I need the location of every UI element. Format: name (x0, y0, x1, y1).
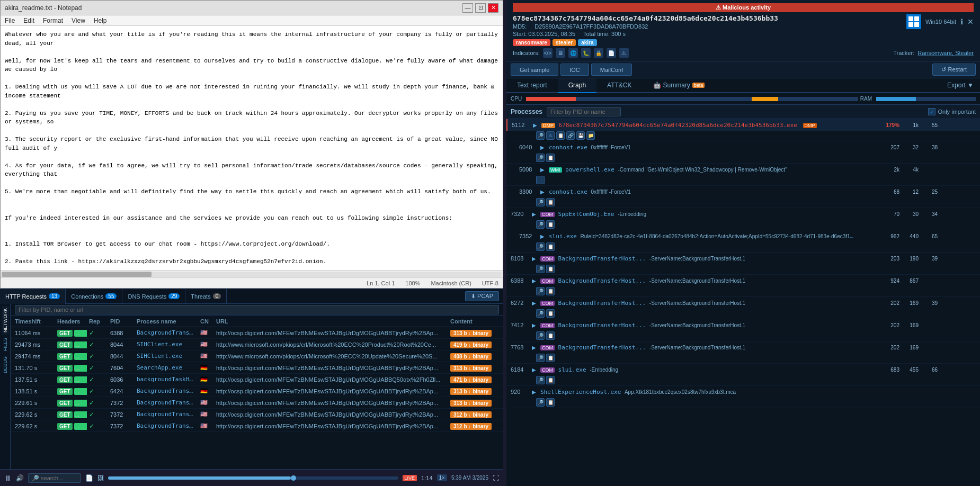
proc-action-icon[interactable]: 🔎 (536, 309, 545, 318)
proc-main-row[interactable]: 7412 ▶ COM BackgroundTransferHost... -Se… (506, 319, 980, 331)
playback-search-input[interactable] (28, 473, 81, 483)
proc-main-row[interactable]: 5112 ▶ DMP 678ec8734367c7547794a604cc65e… (506, 119, 980, 131)
proc-main-row[interactable]: 6184 ▶ COM slui.exe -Embedding 683 455 6… (506, 364, 980, 375)
table-row[interactable]: 138.51 s GET 200: OK ✓ 6424 BackgroundTr… (11, 385, 503, 397)
proc-main-row[interactable]: 6388 ▶ COM BackgroundTransferHost... -Se… (506, 275, 980, 286)
volume-button[interactable]: 🔊 (16, 474, 24, 482)
notepad-scrollbar-h[interactable] (1, 270, 503, 277)
expand-icon[interactable]: ▶ (532, 367, 540, 373)
notepad-minimize-button[interactable]: — (462, 3, 473, 13)
indicator-monitor[interactable]: 🖥 (556, 48, 565, 58)
proc-main-row[interactable]: 920 ▶ ShellExperienceHost.exe App.Xtk181… (506, 386, 980, 398)
menu-view[interactable]: View (67, 17, 90, 24)
proc-action-icon[interactable]: 💾 (576, 131, 585, 140)
proc-main-row[interactable]: 6272 ▶ COM BackgroundTransferHost... -Se… (506, 297, 980, 309)
menu-format[interactable]: Format (39, 17, 67, 24)
tab-summary[interactable]: 🤖 Summary beta (643, 78, 716, 93)
proc-action-icon[interactable]: 📋 (546, 376, 555, 384)
menu-file[interactable]: File (1, 17, 19, 24)
table-row[interactable]: 229.61 s GET 200: OK ✓ 7372 BackgroundTr… (11, 397, 503, 409)
proc-action-icon[interactable]: 🔎 (536, 242, 545, 251)
menu-edit[interactable]: Edit (19, 17, 39, 24)
time-track[interactable] (108, 476, 398, 480)
proc-main-row[interactable]: 7352 ▶ slui.exe RuleId=3482d82e-ca2c-4e1… (506, 230, 980, 242)
indicator-network[interactable]: 🌐 (568, 48, 578, 58)
proc-action-icon[interactable]: 📋 (546, 220, 555, 229)
expand-icon[interactable]: ▶ (532, 345, 540, 350)
proc-action-icon[interactable]: 🔎 (536, 287, 545, 295)
table-row[interactable]: 229.62 s GET 200: OK ✓ 7372 BackgroundTr… (11, 420, 503, 432)
proc-action-icon[interactable]: 📋 (546, 331, 555, 340)
tab-threats[interactable]: Threats 0 (185, 289, 227, 304)
expand-icon[interactable]: ▶ (540, 189, 549, 195)
notepad-close-button[interactable]: ✕ (488, 3, 498, 13)
proc-action-icon[interactable]: 🔗 (566, 131, 575, 140)
processes-filter-input[interactable] (547, 107, 621, 116)
expand-icon[interactable]: ▶ (532, 278, 540, 284)
table-row[interactable]: 137.51 s GET 200: OK ✓ 6036 backgroundTa… (11, 374, 503, 385)
proc-action-icon[interactable]: 📋 (546, 198, 555, 206)
indicator-code[interactable]: </> (543, 48, 553, 58)
proc-main-row[interactable]: 5008 ▶ WMI powershell.exe -Command "Get-… (506, 164, 980, 175)
proc-action-icon[interactable]: 📋 (546, 309, 555, 318)
proc-main-row[interactable]: 8108 ▶ COM BackgroundTransferHost... -Se… (506, 253, 980, 264)
get-sample-button[interactable]: Get sample (511, 64, 558, 76)
proc-action-icon[interactable]: 🔎 (536, 198, 545, 206)
table-row[interactable]: 11064 ms GET 200: OK ✓ 6388 BackgroundTr… (11, 327, 503, 339)
table-row[interactable]: 131.70 s GET 200: OK ✓ 7604 SearchApp.ex… (11, 362, 503, 374)
close-icon[interactable]: ✕ (967, 17, 974, 26)
expand-icon[interactable]: ▶ (533, 122, 541, 128)
expand-icon[interactable]: ▶ (532, 256, 540, 262)
proc-action-icon[interactable]: 🔎 (536, 398, 545, 407)
proc-action-icon[interactable]: 📋 (546, 287, 555, 295)
indicator-bug[interactable]: 🐛 (581, 48, 591, 58)
tab-dns-requests[interactable]: DNS Requests 29 (122, 289, 185, 304)
proc-action-icon[interactable]: 📋 (546, 265, 555, 273)
speed-badge[interactable]: 1× (437, 474, 447, 481)
expand-icon[interactable]: ▶ (540, 233, 549, 239)
menu-help[interactable]: Help (90, 17, 111, 24)
table-row[interactable]: 29473 ms GET 200: OK ✓ 8044 SIHClient.ex… (11, 339, 503, 350)
only-important-toggle[interactable]: Only important (928, 108, 976, 115)
proc-action-icon[interactable]: 📋 (556, 131, 565, 140)
table-row[interactable]: 229.62 s GET 200: OK ✓ 7372 BackgroundTr… (11, 409, 503, 420)
restart-button[interactable]: ↺ Restart (932, 64, 976, 76)
only-important-checkbox[interactable] (928, 108, 936, 115)
tab-attck[interactable]: ATT&CK (596, 78, 642, 93)
notepad-content[interactable]: Whatever who you are and what your title… (1, 26, 503, 270)
proc-action-icon[interactable]: 🔎 (536, 265, 545, 273)
table-filter-input[interactable] (15, 305, 499, 314)
sidenav-files[interactable]: FILES (2, 336, 9, 353)
tab-export[interactable]: Export ▼ (941, 78, 980, 92)
proc-action-icon[interactable]: 🔎 (536, 331, 545, 340)
proc-action-icon[interactable] (536, 176, 545, 184)
proc-action-icon[interactable]: 📋 (546, 354, 555, 362)
mailconf-button[interactable]: MailConf (591, 64, 632, 76)
proc-action-icon[interactable]: 🔎 (536, 220, 545, 229)
fullscreen-button[interactable]: ⛶ (493, 474, 499, 482)
play-pause-button[interactable]: ⏸ (4, 474, 12, 482)
expand-icon[interactable]: ▶ (532, 300, 540, 306)
proc-action-icon[interactable]: 📁 (586, 131, 595, 140)
expand-icon[interactable]: ▶ (532, 389, 540, 395)
expand-icon[interactable]: ▶ (540, 145, 549, 150)
proc-action-icon[interactable]: 🔎 (536, 376, 545, 384)
proc-main-row[interactable]: 7320 ▶ COM SppExtComObj.Exe -Embedding 7… (506, 208, 980, 220)
expand-icon[interactable]: ▶ (532, 322, 540, 328)
tracker-link[interactable]: Ransomware, Stealer (917, 50, 974, 56)
indicator-warning[interactable]: ⚠ (619, 48, 629, 58)
expand-icon[interactable]: ▶ (532, 211, 540, 217)
table-row[interactable]: 29474 ms GET 200: OK ✓ 8044 SIHClient.ex… (11, 350, 503, 362)
indicator-doc[interactable]: 📄 (607, 48, 616, 58)
pcap-button[interactable]: ⬇ PCAP (465, 291, 499, 301)
proc-action-icon[interactable]: ⚠ (546, 131, 555, 140)
proc-main-row[interactable]: 3300 ▶ conhost.exe 0xffffffff -ForceV1 6… (506, 186, 980, 197)
proc-action-icon[interactable]: 🔎 (536, 154, 545, 162)
proc-main-row[interactable]: 6040 ▶ conhost.exe 0xffffffff -ForceV1 2… (506, 141, 980, 153)
proc-action-icon[interactable]: 📋 (546, 242, 555, 251)
proc-action-icon[interactable]: 🔎 (536, 131, 545, 140)
proc-action-icon[interactable]: 📋 (546, 154, 555, 162)
indicator-lock[interactable]: 🔒 (594, 48, 603, 58)
sidenav-debug[interactable]: DEBUG (2, 354, 9, 375)
sidenav-network[interactable]: NETWORK (2, 306, 9, 335)
